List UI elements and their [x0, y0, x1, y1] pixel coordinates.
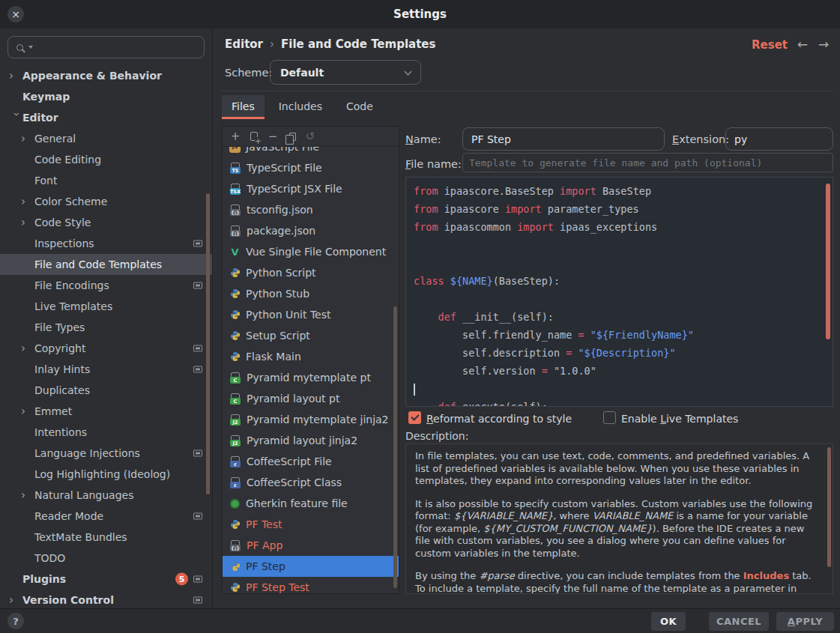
template-item-gherkin-feature-file[interactable]: Gherkin feature file: [223, 493, 399, 514]
sidebar-item-intentions[interactable]: ›Intentions: [0, 422, 212, 443]
per-project-settings-icon: [193, 366, 202, 373]
scheme-select[interactable]: Default: [270, 60, 421, 85]
back-arrow-icon[interactable]: ←: [797, 37, 808, 52]
template-item-label: TypeScript JSX File: [247, 183, 342, 195]
template-item-label: PF App: [247, 539, 282, 551]
template-item-coffeescript-class[interactable]: cCoffeeScript Class: [223, 472, 399, 493]
per-project-settings-icon: [193, 282, 202, 289]
sidebar-item-label: Keymap: [22, 91, 70, 103]
code-line: from ipaascommon import ipaas_exceptions: [414, 218, 694, 236]
sidebar-item-copyright[interactable]: ›Copyright: [0, 338, 212, 359]
sidebar-item-natural-languages[interactable]: ›Natural Languages: [0, 485, 212, 506]
template-item-setup-script[interactable]: Setup Script: [223, 325, 399, 346]
sidebar-item-textmate-bundles[interactable]: ›TextMate Bundles: [0, 527, 212, 548]
sidebar-item-code-style[interactable]: ›Code Style: [0, 212, 212, 233]
reformat-checkbox[interactable]: [408, 411, 421, 424]
plugins-update-badge: 5: [175, 573, 188, 586]
template-item-label: Vue Single File Component: [246, 246, 386, 258]
sidebar-item-todo[interactable]: ›TODO: [0, 548, 212, 569]
sidebar-item-inspections[interactable]: ›Inspections: [0, 233, 212, 254]
reformat-label[interactable]: Reformat according to style: [426, 413, 572, 425]
reset-link[interactable]: Reset: [752, 38, 788, 52]
json-file-icon: {;}: [231, 225, 240, 236]
template-item-python-script[interactable]: Python Script: [223, 262, 399, 283]
add-template-button[interactable]: +: [229, 130, 241, 142]
sidebar-item-emmet[interactable]: ›Emmet: [0, 401, 212, 422]
sidebar-item-font[interactable]: ›Font: [0, 170, 212, 191]
sidebar-item-inlay-hints[interactable]: ›Inlay Hints: [0, 359, 212, 380]
template-item-label: Python Script: [246, 267, 316, 279]
sidebar-item-version-control[interactable]: ›Version Control: [0, 590, 212, 608]
template-item-typescript-file[interactable]: TSTypeScript File: [223, 157, 399, 178]
template-item-pyramid-mytemplate-pt[interactable]: CPyramid mytemplate pt: [223, 367, 399, 388]
help-button[interactable]: ?: [7, 613, 24, 629]
sidebar-item-editor[interactable]: ›Editor: [0, 107, 212, 128]
template-item-vue-single-file-component[interactable]: VVue Single File Component: [223, 241, 399, 262]
sidebar-item-live-templates[interactable]: ›Live Templates: [0, 296, 212, 317]
sidebar-item-label: File Types: [34, 321, 85, 333]
tab-files[interactable]: Files: [222, 95, 265, 119]
template-item-pyramid-mytemplate-jinja2[interactable]: J2Pyramid mytemplate jinja2: [223, 409, 399, 430]
template-item-pyramid-layout-pt[interactable]: CPyramid layout pt: [223, 388, 399, 409]
live-templates-checkbox[interactable]: [603, 411, 616, 424]
extension-input[interactable]: [725, 127, 833, 151]
copy-template-button[interactable]: [248, 130, 260, 142]
sidebar-item-appearance-behavior[interactable]: ›Appearance & Behavior: [0, 65, 212, 86]
tsx-file-icon: TSX: [231, 184, 240, 194]
sidebar-item-plugins[interactable]: ›Plugins5: [0, 569, 212, 590]
sidebar-item-code-editing[interactable]: ›Code Editing: [0, 149, 212, 170]
template-item-pyramid-layout-jinja2[interactable]: J2Pyramid layout jinja2: [223, 430, 399, 451]
description-scrollbar[interactable]: [827, 447, 831, 567]
python-file-icon: [229, 288, 241, 300]
template-code-editor[interactable]: from ipaascore.BaseStep import BaseStepf…: [405, 177, 833, 407]
file-name-input[interactable]: [462, 153, 833, 172]
editor-scrollbar[interactable]: [826, 184, 830, 339]
sidebar-item-label: File and Code Templates: [34, 258, 162, 270]
duplicate-template-button[interactable]: [285, 130, 297, 142]
tab-code[interactable]: Code: [336, 95, 383, 119]
sidebar-scrollbar[interactable]: [206, 193, 210, 494]
settings-sidebar: ›Appearance & Behavior›Keymap›Editor›Gen…: [0, 28, 213, 608]
sidebar-item-label: Version Control: [22, 594, 114, 606]
sidebar-item-language-injections[interactable]: ›Language Injections: [0, 443, 212, 464]
template-item-package-json[interactable]: {;}package.json: [223, 220, 399, 241]
sidebar-item-label: Log Highlighting (Ideolog): [34, 468, 170, 480]
template-item-label: Python Stub: [246, 288, 309, 300]
ok-button[interactable]: OK: [651, 612, 686, 631]
template-item-coffeescript-file[interactable]: cCoffeeScript File: [223, 451, 399, 472]
template-item-pf-app[interactable]: {;}PF App: [223, 535, 399, 556]
live-templates-label[interactable]: Enable Live Templates: [621, 413, 738, 425]
sidebar-item-file-encodings[interactable]: ›File Encodings: [0, 275, 212, 296]
cancel-button[interactable]: CANCEL: [709, 612, 769, 631]
tab-includes[interactable]: Includes: [269, 95, 332, 119]
breadcrumb-editor[interactable]: Editor: [225, 37, 263, 51]
sidebar-item-reader-mode[interactable]: ›Reader Mode: [0, 506, 212, 527]
template-item-pf-step-test[interactable]: PF Step Test: [223, 577, 399, 593]
template-item-python-stub[interactable]: Python Stub: [223, 283, 399, 304]
code-line: self.friendly_name = "${FriendlyName}": [414, 326, 694, 344]
remove-template-button[interactable]: −: [267, 130, 279, 142]
template-item-pf-test[interactable]: PF Test: [223, 514, 399, 535]
apply-button[interactable]: APPLY: [776, 612, 834, 631]
sidebar-item-keymap[interactable]: ›Keymap: [0, 86, 212, 107]
template-item-flask-main[interactable]: Flask Main: [223, 346, 399, 367]
sidebar-item-file-and-code-templates[interactable]: ›File and Code Templates: [0, 254, 212, 275]
template-item-python-unit-test[interactable]: Python Unit Test: [223, 304, 399, 325]
sidebar-item-file-types[interactable]: ›File Types: [0, 317, 212, 338]
template-item-typescript-jsx-file[interactable]: TSXTypeScript JSX File: [223, 178, 399, 199]
template-item-javascript-file[interactable]: JSJavaScript File: [223, 147, 399, 157]
code-line: class ${NAME}(BaseStep):: [414, 272, 694, 290]
coffeescript-file-icon: c: [231, 477, 240, 488]
template-item-pf-step[interactable]: PF Step: [223, 556, 399, 577]
forward-arrow-icon[interactable]: →: [818, 37, 829, 52]
sidebar-item-general[interactable]: ›General: [0, 128, 212, 149]
sidebar-item-color-scheme[interactable]: ›Color Scheme: [0, 191, 212, 212]
sidebar-item-duplicates[interactable]: ›Duplicates: [0, 380, 212, 401]
template-list-scrollbar[interactable]: [393, 306, 397, 588]
settings-search-input[interactable]: [7, 36, 205, 58]
typescript-file-icon: TS: [231, 163, 240, 173]
sidebar-item-log-highlighting-ideolog-[interactable]: ›Log Highlighting (Ideolog): [0, 464, 212, 485]
template-item-tsconfig-json[interactable]: {;}tsconfig.json: [223, 199, 399, 220]
name-input[interactable]: [462, 127, 665, 151]
javascript-file-icon: JS: [229, 147, 241, 153]
